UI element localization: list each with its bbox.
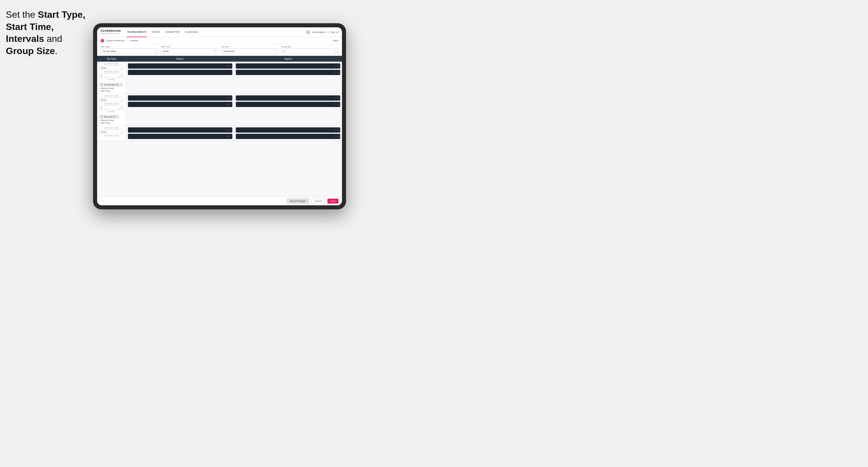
- nav-tab-committee[interactable]: COMMITTEE: [164, 27, 181, 37]
- brand-logo: C: [101, 39, 104, 42]
- edit-icon: ✕: [335, 129, 336, 131]
- table-row: STARTING TIME: 10:00 ⊙ STARTING HOLE: 1 …: [97, 62, 342, 94]
- edit-icon: ✕: [335, 103, 336, 105]
- nav-tab-tournaments[interactable]: TOURNAMENTS: [126, 27, 147, 37]
- start-type-label: Start Type: [101, 45, 158, 48]
- expand-icon: ⊡: [337, 71, 339, 73]
- app-logo: SCOREBOARD Powered by clipp...: [101, 30, 122, 34]
- expand-icon: ⊡: [337, 65, 339, 67]
- starting-time-input-2[interactable]: 10:10 ⊙: [99, 97, 124, 102]
- tablet-screen: SCOREBOARD Powered by clipp... TOURNAMEN…: [97, 27, 342, 205]
- player-slot[interactable]: ✕ ⊡: [128, 127, 232, 133]
- th-tee-time: Tee Time: [97, 56, 126, 62]
- reset-changes-button[interactable]: Reset Changes: [287, 198, 309, 204]
- edit-icon: ✕: [227, 103, 228, 105]
- intervals-select[interactable]: 10 Minutes ▾: [221, 48, 278, 54]
- cancel-button[interactable]: Cancel: [311, 198, 325, 204]
- breadcrumb-tournament: Clippd Invitational...: [106, 39, 126, 42]
- nav-tabs: TOURNAMENTS TEAMS COMMITTEE RANKINGS: [126, 27, 306, 37]
- starting-hole-label-1: STARTING HOLE:: [99, 71, 124, 73]
- starting-hole-input-2[interactable]: 1 ⬆⬇: [99, 105, 124, 110]
- group-size-label: Group Size: [281, 45, 339, 48]
- remove-group-btn-1[interactable]: ○Remove Group: [99, 87, 124, 89]
- expand-icon: ⊡: [337, 129, 339, 131]
- intervals-label: Intervals: [221, 45, 278, 48]
- remove-course-icon-2[interactable]: ✕: [116, 116, 118, 118]
- edit-icon: ✕: [335, 71, 336, 73]
- sign-out-link[interactable]: Sign out: [330, 31, 339, 33]
- remove-course-icon[interactable]: ✕: [120, 84, 121, 86]
- edit-icon: ✕: [227, 97, 228, 99]
- config-row: Start Type 1st Tee Start ▾ Start Time 10…: [97, 44, 342, 56]
- player-slot[interactable]: [128, 70, 232, 75]
- player-slot[interactable]: ✕ ⊡: [236, 95, 340, 101]
- tee-side-3: STARTING TIME: 10:20 ⊙ STARTING HOLE:: [97, 126, 126, 141]
- team1-cell-2: ✕ ⊡ ✕ ⊡: [126, 94, 234, 125]
- nav-bar: SCOREBOARD Powered by clipp... TOURNAMEN…: [97, 27, 342, 37]
- player-slot[interactable]: ✕ ⊡: [236, 70, 340, 75]
- team2-cell-1: ✕ ⊡ ✕ ⊡: [234, 62, 342, 93]
- add-group-btn-1[interactable]: +Add Group: [99, 90, 124, 92]
- edit-icon: ✕: [335, 65, 336, 67]
- expand-icon: ⊡: [229, 103, 231, 105]
- starting-hole-label-2: STARTING HOLE:: [99, 103, 124, 105]
- course-tag-1: 🏌 (A) Peachtree GC ✕: [99, 83, 123, 86]
- group-size-field: Group Size 3 ▾: [281, 45, 339, 54]
- instruction-text: Set the Start Type, Start Time, Interval…: [6, 9, 93, 57]
- player-slot[interactable]: ✕ ⊡: [128, 63, 232, 69]
- start-type-select[interactable]: 1st Tee Start ▾: [101, 48, 158, 54]
- table-content[interactable]: STARTING TIME: 10:00 ⊙ STARTING HOLE: 1 …: [97, 62, 342, 196]
- starting-time-label-3: STARTING TIME:: [99, 127, 124, 129]
- chevron-down-icon-groupsize: ▾: [335, 50, 336, 52]
- expand-icon: ⊡: [337, 97, 339, 99]
- starting-time-label-1: STARTING TIME:: [99, 63, 124, 65]
- add-group-btn-2[interactable]: +Add Group: [99, 122, 124, 124]
- breadcrumb: C Clippd Invitational... | Hosting ‹ Bac…: [97, 37, 342, 44]
- footer-bar: Reset Changes Cancel Save: [97, 196, 342, 205]
- starting-time-input-1[interactable]: 10:00 ⊙: [99, 65, 124, 70]
- remove-group-btn-2[interactable]: ○Remove Group: [99, 119, 124, 121]
- player-slot[interactable]: ✕ ⊡: [236, 127, 340, 133]
- spin-icon-3: ⊙: [121, 99, 122, 101]
- course-tag-2: 🏌 East Lake GC ✕: [99, 115, 119, 118]
- player-slot[interactable]: ✕ ⊡: [236, 63, 340, 69]
- starting-hole-input-1[interactable]: 1 ⬆⬇: [99, 73, 124, 78]
- nav-user: blair@clippd.io | Sign out: [306, 30, 339, 34]
- expand-icon: ⊡: [229, 65, 231, 67]
- player-slot[interactable]: ✕ ⊡: [236, 134, 340, 139]
- nav-tab-rankings[interactable]: RANKINGS: [185, 27, 198, 37]
- player-slot[interactable]: ✕ ⊡: [128, 95, 232, 101]
- table-row: STARTING TIME: 10:10 ⊙ STARTING HOLE: 1 …: [97, 94, 342, 126]
- player-slot[interactable]: ✕ ⊡: [236, 102, 340, 107]
- th-team1: Team 1: [126, 56, 234, 62]
- tee-side-2: STARTING TIME: 10:10 ⊙ STARTING HOLE: 1 …: [97, 94, 126, 125]
- starting-hole-label-3: STARTING HOLE:: [99, 135, 124, 137]
- group-size-select[interactable]: 3 ▾: [281, 48, 339, 54]
- table-row: STARTING TIME: 10:20 ⊙ STARTING HOLE: ✕ …: [97, 126, 342, 141]
- clock-icon: 🕐: [213, 50, 216, 52]
- breadcrumb-hosting: Hosting: [130, 39, 138, 42]
- start-time-select[interactable]: 10:00 🕐: [161, 48, 218, 54]
- chevron-down-icon-intervals: ▾: [275, 50, 276, 52]
- player-slot[interactable]: ✕ ⊡: [128, 134, 232, 139]
- expand-icon: ⊡: [337, 135, 339, 137]
- edit-icon: ✕: [335, 135, 336, 137]
- expand-icon: ⊡: [229, 135, 231, 137]
- course-section-1: 🏌 (A) Peachtree GC ✕: [99, 81, 124, 86]
- edit-icon: ✕: [227, 129, 228, 131]
- start-time-label: Start Time: [161, 45, 218, 48]
- save-button[interactable]: Save: [328, 198, 339, 204]
- start-time-field: Start Time 10:00 🕐: [161, 45, 218, 54]
- team1-cell-3: ✕ ⊡ ✕ ⊡: [126, 126, 234, 141]
- course-label-2: COURSE:: [99, 111, 124, 113]
- back-button[interactable]: ‹ Back: [332, 39, 339, 42]
- tablet-device: SCOREBOARD Powered by clipp... TOURNAMEN…: [93, 23, 346, 209]
- team1-cell-1: ✕ ⊡: [126, 62, 234, 93]
- tee-actions-1: ○Remove Group +Add Group: [99, 87, 124, 92]
- player-slot[interactable]: ✕ ⊡: [128, 102, 232, 107]
- team2-cell-3: ✕ ⊡ ✕ ⊡: [234, 126, 342, 141]
- starting-time-input-3[interactable]: 10:20 ⊙: [99, 129, 124, 134]
- expand-icon: ⊡: [229, 97, 231, 99]
- nav-tab-teams[interactable]: TEAMS: [151, 27, 160, 37]
- course-section-2: 🏌 East Lake GC ✕: [99, 113, 124, 118]
